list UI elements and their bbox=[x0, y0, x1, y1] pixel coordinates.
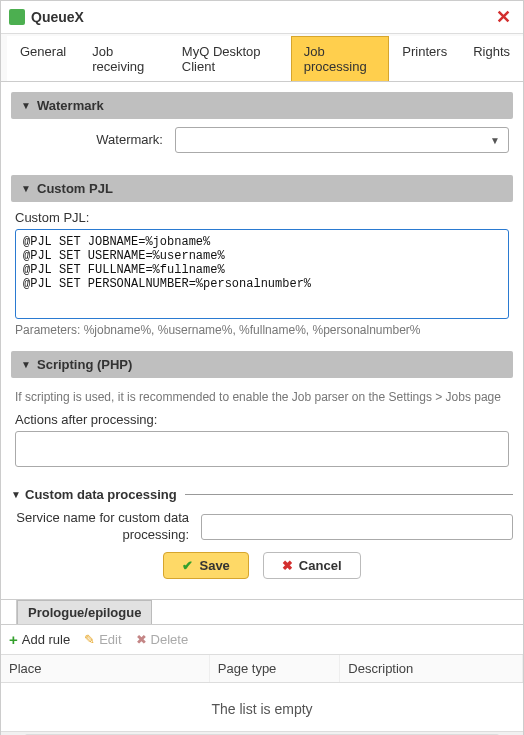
cancel-button-label: Cancel bbox=[299, 558, 342, 573]
scripting-hint: If scripting is used, it is recommended … bbox=[15, 390, 509, 404]
section-scripting-body: If scripting is used, it is recommended … bbox=[11, 378, 513, 481]
action-bar: ✔ Save ✖ Cancel bbox=[11, 552, 513, 579]
prologue-tabstrip: Prologue/epilogue bbox=[1, 600, 523, 625]
section-custom-data-header[interactable]: ▼ Custom data processing bbox=[11, 487, 513, 502]
actions-after-processing-input[interactable] bbox=[15, 431, 509, 467]
watermark-select[interactable]: ▼ bbox=[175, 127, 509, 153]
chevron-down-icon: ▼ bbox=[21, 100, 31, 111]
save-button[interactable]: ✔ Save bbox=[163, 552, 248, 579]
tab-job-receiving[interactable]: Job receiving bbox=[79, 36, 169, 81]
app-icon bbox=[9, 9, 25, 25]
tab-job-processing[interactable]: Job processing bbox=[291, 36, 390, 81]
delete-button[interactable]: ✖ Delete bbox=[136, 632, 189, 647]
grid-empty-text: The list is empty bbox=[1, 683, 523, 731]
add-rule-button[interactable]: + Add rule bbox=[9, 631, 70, 648]
caret-down-icon: ▼ bbox=[490, 135, 500, 146]
chevron-down-icon: ▼ bbox=[21, 359, 31, 370]
custom-pjl-label: Custom PJL: bbox=[15, 210, 509, 225]
close-icon[interactable]: ✕ bbox=[492, 6, 515, 28]
tab-content: ▼ Watermark Watermark: ▼ ▼ Custom PJL Cu… bbox=[1, 82, 523, 599]
tab-general[interactable]: General bbox=[7, 36, 79, 81]
section-watermark-title: Watermark bbox=[37, 98, 104, 113]
window-title: QueueX bbox=[31, 9, 492, 25]
prologue-toolbar: + Add rule ✎ Edit ✖ Delete bbox=[1, 625, 523, 654]
actions-after-processing-label: Actions after processing: bbox=[15, 412, 509, 427]
delete-icon: ✖ bbox=[136, 632, 147, 647]
chevron-down-icon: ▼ bbox=[21, 183, 31, 194]
cross-icon: ✖ bbox=[282, 558, 293, 573]
edit-button[interactable]: ✎ Edit bbox=[84, 632, 121, 647]
cancel-button[interactable]: ✖ Cancel bbox=[263, 552, 361, 579]
tabstrip: General Job receiving MyQ Desktop Client… bbox=[1, 34, 523, 82]
divider bbox=[185, 494, 513, 495]
section-custom-data-title: Custom data processing bbox=[25, 487, 177, 502]
section-scripting-title: Scripting (PHP) bbox=[37, 357, 132, 372]
save-button-label: Save bbox=[199, 558, 229, 573]
tab-spacer bbox=[1, 600, 17, 624]
col-description[interactable]: Description bbox=[340, 655, 523, 682]
dialog-window: QueueX ✕ General Job receiving MyQ Deskt… bbox=[0, 0, 524, 735]
watermark-label: Watermark: bbox=[15, 132, 175, 149]
col-place[interactable]: Place bbox=[1, 655, 210, 682]
section-custom-pjl-header[interactable]: ▼ Custom PJL bbox=[11, 175, 513, 202]
service-name-label: Service name for custom data processing: bbox=[11, 510, 201, 544]
section-scripting-header[interactable]: ▼ Scripting (PHP) bbox=[11, 351, 513, 378]
custom-pjl-textarea[interactable]: @PJL SET JOBNAME=%jobname% @PJL SET USER… bbox=[15, 229, 509, 319]
plus-icon: + bbox=[9, 631, 18, 648]
section-custom-pjl-body: Custom PJL: @PJL SET JOBNAME=%jobname% @… bbox=[11, 202, 513, 351]
pencil-icon: ✎ bbox=[84, 632, 95, 647]
section-watermark-body: Watermark: ▼ bbox=[11, 119, 513, 175]
prologue-panel: Prologue/epilogue + Add rule ✎ Edit ✖ De… bbox=[1, 599, 523, 735]
check-icon: ✔ bbox=[182, 558, 193, 573]
service-name-input[interactable] bbox=[201, 514, 513, 540]
chevron-down-icon: ▼ bbox=[11, 489, 21, 500]
grid-header: Place Page type Description bbox=[1, 654, 523, 683]
section-watermark-header[interactable]: ▼ Watermark bbox=[11, 92, 513, 119]
section-custom-pjl-title: Custom PJL bbox=[37, 181, 113, 196]
horizontal-scrollbar[interactable]: < > bbox=[1, 731, 523, 735]
delete-label: Delete bbox=[151, 632, 189, 647]
col-page-type[interactable]: Page type bbox=[210, 655, 341, 682]
titlebar: QueueX ✕ bbox=[1, 1, 523, 34]
tab-printers[interactable]: Printers bbox=[389, 36, 460, 81]
tab-myq-desktop-client[interactable]: MyQ Desktop Client bbox=[169, 36, 291, 81]
tab-rights[interactable]: Rights bbox=[460, 36, 523, 81]
tab-prologue-epilogue[interactable]: Prologue/epilogue bbox=[17, 600, 152, 624]
custom-pjl-hint: Parameters: %jobname%, %username%, %full… bbox=[15, 323, 509, 337]
edit-label: Edit bbox=[99, 632, 121, 647]
add-rule-label: Add rule bbox=[22, 632, 70, 647]
